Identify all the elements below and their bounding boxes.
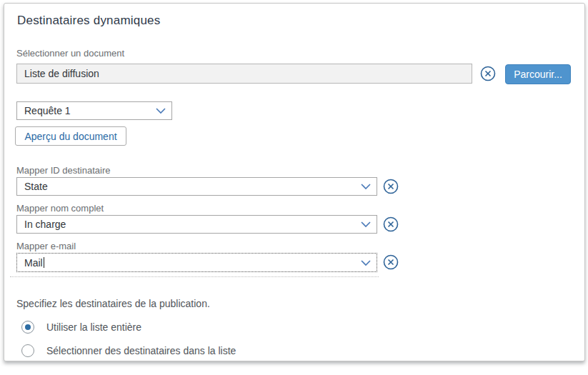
recipients-prompt: Specifiez les destinataires de la public…: [16, 298, 210, 309]
dynamic-recipients-panel: Destinataires dynamiques Sélectionner un…: [4, 3, 585, 361]
radio-select-recipients[interactable]: Sélectionner des destinataires dans la l…: [21, 344, 236, 357]
browse-button-label: Parcourir...: [514, 69, 562, 80]
mapping-email-select[interactable]: Mail: [16, 253, 377, 272]
clear-recipient-id-button[interactable]: [383, 179, 399, 197]
mapping-recipient-id-select[interactable]: State: [16, 177, 377, 196]
text-cursor: [44, 257, 44, 268]
chevron-down-icon: [361, 221, 371, 228]
document-preview-label: Aperçu du document: [24, 131, 116, 142]
circled-x-icon: [480, 66, 496, 81]
mapping-recipient-id-label: Mapper ID destinataire: [16, 165, 111, 176]
radio-button-icon: [21, 321, 34, 334]
section-divider: [10, 276, 379, 277]
chevron-down-icon: [361, 183, 371, 190]
radio-use-entire-list[interactable]: Utiliser la liste entière: [21, 321, 141, 334]
radio-select-recipients-label: Sélectionner des destinataires dans la l…: [46, 345, 236, 356]
browse-button[interactable]: Parcourir...: [505, 64, 571, 84]
mapping-full-name-select[interactable]: In charge: [16, 215, 377, 234]
radio-button-icon: [21, 344, 34, 357]
clear-email-button[interactable]: [383, 254, 399, 273]
page-title: Destinataires dynamiques: [17, 14, 160, 28]
chevron-down-icon: [361, 259, 371, 266]
mapping-full-name-value: In charge: [24, 219, 66, 230]
clear-document-button[interactable]: [480, 66, 496, 84]
mapping-recipient-id-value: State: [24, 181, 48, 192]
document-input-value: Liste de diffusion: [24, 68, 99, 79]
mapping-full-name-label: Mapper nom complet: [16, 203, 104, 214]
circled-x-icon: [383, 216, 399, 232]
circled-x-icon: [383, 254, 399, 270]
document-input[interactable]: Liste de diffusion: [16, 64, 472, 84]
clear-full-name-button[interactable]: [383, 216, 399, 235]
query-select[interactable]: Requête 1: [16, 101, 172, 120]
select-document-label: Sélectionner un document: [16, 48, 124, 59]
mapping-email-value: Mail: [24, 257, 43, 269]
mapping-email-label: Mapper e-mail: [16, 241, 76, 251]
radio-use-entire-list-label: Utiliser la liste entière: [46, 321, 141, 333]
circled-x-icon: [383, 179, 399, 194]
document-preview-button[interactable]: Aperçu du document: [15, 126, 126, 146]
query-select-value: Requête 1: [24, 105, 71, 116]
chevron-down-icon: [156, 107, 166, 114]
